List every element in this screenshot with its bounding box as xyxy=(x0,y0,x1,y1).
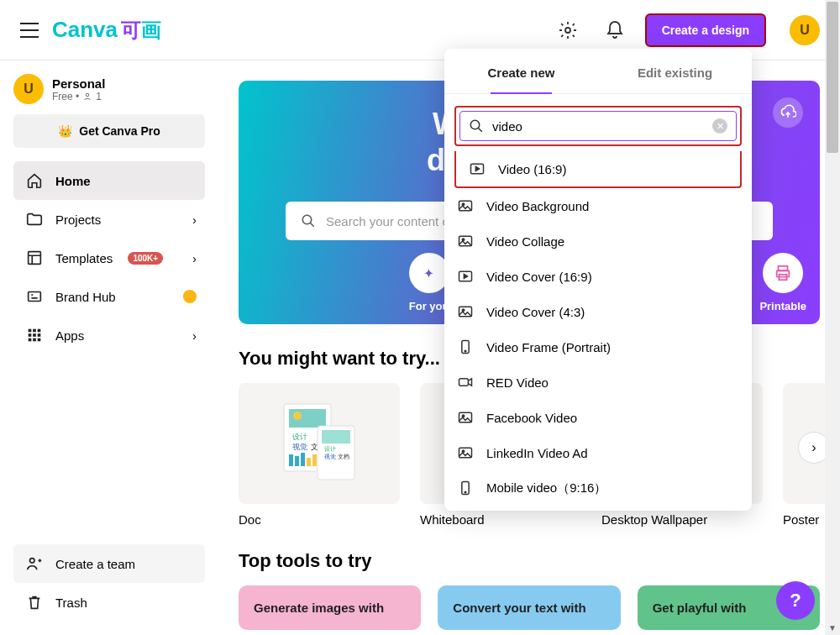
scrollbar[interactable]: ▲ ▼ xyxy=(825,0,840,635)
workspace-plan: Free • 1 xyxy=(52,91,105,102)
svg-text:画: 画 xyxy=(141,18,161,41)
svg-point-55 xyxy=(465,350,466,352)
svg-text:Canva: Canva xyxy=(52,17,118,42)
nav-projects[interactable]: Projects › xyxy=(13,200,205,239)
workspace-avatar: U xyxy=(13,74,44,104)
pro-badge-icon xyxy=(183,290,197,303)
print-icon xyxy=(763,253,803,293)
section-tools-title: Top tools to try xyxy=(239,550,820,572)
sparkle-icon: ✦ xyxy=(409,253,449,293)
tool-convert-text[interactable]: Convert your text with xyxy=(438,585,620,630)
search-icon xyxy=(469,118,484,134)
svg-rect-9 xyxy=(38,329,41,333)
menu-icon[interactable] xyxy=(20,23,39,38)
suggestion-item[interactable]: RED Video xyxy=(444,365,752,400)
svg-point-4 xyxy=(86,93,89,97)
suggestion-item[interactable]: Mobile video（9:16） xyxy=(444,470,752,506)
nav-trash[interactable]: Trash xyxy=(13,583,205,622)
svg-text:视觉: 视觉 xyxy=(324,454,336,459)
scroll-down-icon[interactable]: ▼ xyxy=(827,623,838,635)
svg-rect-11 xyxy=(33,333,36,337)
svg-rect-15 xyxy=(38,338,41,342)
create-team-button[interactable]: Create a team xyxy=(13,544,205,583)
video-icon xyxy=(456,267,475,286)
card-thumb: 设计 视觉 文档 设计 视觉文档 xyxy=(239,383,400,504)
card-label: Desktop Wallpaper xyxy=(601,512,763,527)
svg-rect-32 xyxy=(295,456,299,466)
design-search-input[interactable] xyxy=(492,119,704,134)
chevron-right-icon: › xyxy=(192,251,197,265)
tab-create-new[interactable]: Create new xyxy=(444,49,598,93)
card-label: Doc xyxy=(239,512,400,527)
svg-text:可: 可 xyxy=(120,18,141,41)
chevron-right-icon: › xyxy=(192,213,197,227)
trash-icon xyxy=(25,593,44,611)
workspace-switcher[interactable]: U Personal Free • 1 xyxy=(13,74,205,104)
svg-text:视觉: 视觉 xyxy=(292,443,307,451)
crown-icon: 👑 xyxy=(58,124,72,138)
suggestion-item[interactable]: Video (16:9) xyxy=(456,151,740,186)
svg-text:设计: 设计 xyxy=(292,433,307,441)
create-design-dropdown: Create new Edit existing ✕ Video (16:9) … xyxy=(444,49,752,511)
phone-icon xyxy=(456,338,475,356)
tool-generate-images[interactable]: Generate images with xyxy=(239,585,421,630)
svg-text:文档: 文档 xyxy=(338,454,349,459)
video-icon xyxy=(468,160,486,178)
folder-icon xyxy=(25,210,44,228)
upload-icon[interactable] xyxy=(773,97,803,128)
suggestion-item[interactable]: Video Cover (4:3) xyxy=(444,294,752,329)
user-avatar[interactable]: U xyxy=(790,15,820,45)
get-pro-button[interactable]: 👑 Get Canva Pro xyxy=(13,114,205,148)
video-outline-icon xyxy=(456,373,475,391)
help-button[interactable]: ? xyxy=(776,581,815,620)
canva-logo[interactable]: Canva 可 画 xyxy=(52,17,170,44)
svg-rect-8 xyxy=(33,329,36,333)
svg-rect-5 xyxy=(29,252,41,265)
svg-rect-7 xyxy=(29,329,32,333)
workspace-name: Personal xyxy=(52,76,105,91)
image-icon xyxy=(456,443,475,462)
image-icon xyxy=(456,408,475,427)
chevron-right-icon: › xyxy=(811,440,816,455)
svg-point-62 xyxy=(465,491,466,493)
suggestion-item[interactable]: Video Background xyxy=(444,188,752,223)
svg-rect-10 xyxy=(29,333,32,337)
nav-brand-hub[interactable]: Brand Hub xyxy=(13,277,205,316)
card-doc[interactable]: 设计 视觉 文档 设计 视觉文档 Doc xyxy=(239,383,400,527)
svg-point-17 xyxy=(302,216,312,225)
category-printable[interactable]: Printable xyxy=(759,253,806,312)
category-for-you[interactable]: ✦ For you xyxy=(409,253,449,312)
templates-icon xyxy=(25,249,44,267)
create-design-button[interactable]: Create a design xyxy=(645,13,766,47)
svg-rect-56 xyxy=(459,379,469,386)
svg-point-16 xyxy=(30,559,35,564)
suggestion-item[interactable]: Video Cover (16:9) xyxy=(444,259,752,294)
svg-point-3 xyxy=(565,28,570,33)
clear-search-button[interactable]: ✕ xyxy=(712,118,727,134)
design-search[interactable]: ✕ xyxy=(459,111,737,141)
svg-point-45 xyxy=(470,120,480,129)
team-icon xyxy=(25,554,44,573)
svg-rect-33 xyxy=(301,453,305,466)
templates-badge: 100K+ xyxy=(128,252,163,265)
svg-rect-35 xyxy=(312,454,317,466)
chevron-right-icon: › xyxy=(192,328,197,343)
suggestion-item[interactable]: LinkedIn Video Ad xyxy=(444,435,752,470)
suggestion-item[interactable]: Video Collage xyxy=(444,223,752,259)
nav-home[interactable]: Home xyxy=(13,161,205,200)
suggestion-item[interactable]: Video Frame (Portrait) xyxy=(444,329,752,365)
gear-icon[interactable] xyxy=(558,20,578,40)
sidebar: U Personal Free • 1 👑 Get Canva Pro Home… xyxy=(0,60,218,635)
scrollbar-thumb[interactable] xyxy=(827,2,838,153)
nav-apps[interactable]: Apps › xyxy=(13,316,205,354)
bell-icon[interactable] xyxy=(605,20,625,40)
tools-row: Generate images with Convert your text w… xyxy=(239,585,820,630)
tab-edit-existing[interactable]: Edit existing xyxy=(598,49,752,93)
svg-rect-34 xyxy=(307,458,311,466)
brand-icon xyxy=(25,287,44,306)
svg-rect-37 xyxy=(322,430,350,443)
svg-text:设计: 设计 xyxy=(324,446,336,452)
nav-templates[interactable]: Templates 100K+ › xyxy=(13,239,205,277)
apps-icon xyxy=(25,326,44,344)
suggestion-item[interactable]: Facebook Video xyxy=(444,400,752,435)
